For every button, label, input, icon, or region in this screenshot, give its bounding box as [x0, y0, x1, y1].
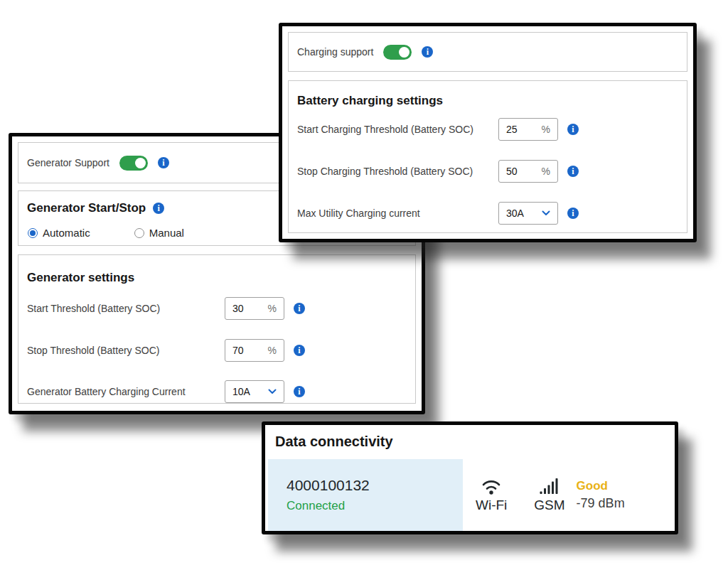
- screenshot-canvas: Generator Support Generator Start/Stop A…: [0, 0, 728, 570]
- info-icon[interactable]: [294, 345, 305, 356]
- field-row-start-threshold: Start Threshold (Battery SOC) 30 %: [27, 297, 407, 320]
- toggle-knob-icon: [399, 47, 410, 58]
- info-icon[interactable]: [567, 166, 579, 177]
- data-connectivity-content: 4000100132 Connected Wi-Fi: [268, 459, 668, 531]
- field-row-generator-charging-current: Generator Battery Charging Current 10A: [27, 380, 407, 403]
- info-icon[interactable]: [294, 386, 305, 397]
- input-unit: %: [268, 345, 277, 356]
- radio-selected-icon[interactable]: [28, 228, 38, 238]
- signal-strength-value: -79 dBm: [577, 496, 625, 511]
- info-icon[interactable]: [294, 303, 305, 314]
- start-charging-threshold-input[interactable]: 25 %: [498, 118, 558, 141]
- field-row-start-charging-threshold: Start Charging Threshold (Battery SOC) 2…: [297, 118, 678, 141]
- start-charging-threshold-label: Start Charging Threshold (Battery SOC): [297, 124, 473, 135]
- info-icon[interactable]: [567, 208, 579, 219]
- max-utility-charging-current-select[interactable]: 30A: [498, 202, 558, 225]
- stop-charging-threshold-input[interactable]: 50 %: [498, 160, 558, 183]
- field-row-stop-charging-threshold: Stop Charging Threshold (Battery SOC) 50…: [297, 160, 678, 183]
- data-connectivity-title: Data connectivity: [275, 434, 675, 450]
- stop-threshold-input[interactable]: 70 %: [225, 339, 284, 362]
- gsm-label: GSM: [534, 498, 564, 513]
- start-threshold-control: 30 %: [225, 297, 305, 320]
- device-status-badge: Connected: [287, 499, 463, 513]
- input-value: 50: [506, 166, 518, 177]
- info-icon[interactable]: [158, 157, 169, 168]
- wifi-label: Wi-Fi: [476, 498, 507, 513]
- input-unit: %: [268, 303, 277, 314]
- field-row-stop-threshold: Stop Threshold (Battery SOC) 70 %: [27, 339, 407, 362]
- toggle-knob-icon: [135, 158, 146, 168]
- generator-charging-current-control: 10A: [225, 380, 305, 403]
- stop-threshold-control: 70 %: [225, 339, 305, 362]
- field-row-max-utility-charging-current: Max Utility Charging current 30A: [297, 202, 678, 225]
- start-threshold-input[interactable]: 30 %: [225, 297, 284, 320]
- startstop-radio-group: Automatic Manual: [28, 227, 184, 239]
- stop-charging-threshold-control: 50 %: [498, 160, 579, 183]
- device-status-box: 4000100132 Connected: [268, 459, 463, 531]
- radio-manual-label: Manual: [149, 227, 184, 239]
- generator-support-toggle[interactable]: [119, 156, 148, 171]
- info-icon[interactable]: [567, 124, 579, 135]
- wifi-indicator: Wi-Fi: [476, 477, 507, 513]
- gsm-indicator: GSM: [534, 477, 564, 513]
- stop-charging-threshold-label: Stop Charging Threshold (Battery SOC): [297, 166, 473, 177]
- radio-option-manual[interactable]: Manual: [134, 227, 184, 239]
- connectivity-indicators: Wi-Fi GSM Good -79 dBm: [463, 459, 625, 531]
- battery-charging-settings-title: Battery charging settings: [289, 81, 687, 108]
- radio-option-automatic[interactable]: Automatic: [28, 227, 90, 239]
- charging-support-label: Charging support: [297, 46, 373, 58]
- max-utility-charging-current-label: Max Utility Charging current: [297, 208, 420, 219]
- signal-quality-badge: Good: [577, 479, 608, 493]
- info-icon[interactable]: [153, 203, 164, 214]
- info-icon[interactable]: [422, 46, 433, 58]
- generator-support-label: Generator Support: [27, 157, 109, 168]
- charging-support-toggle[interactable]: [383, 45, 412, 60]
- input-value: 30: [232, 303, 244, 314]
- signal-quality-indicator: Good -79 dBm: [577, 479, 625, 511]
- input-value: 70: [232, 345, 244, 356]
- input-value: 25: [506, 124, 518, 135]
- data-connectivity-panel: Data connectivity 4000100132 Connected W…: [262, 421, 678, 534]
- gsm-signal-bars-icon: [539, 477, 560, 495]
- generator-charging-current-select[interactable]: 10A: [225, 380, 284, 403]
- start-charging-threshold-control: 25 %: [498, 118, 579, 141]
- generator-charging-current-label: Generator Battery Charging Current: [27, 386, 186, 397]
- generator-settings-section: Generator settings Start Threshold (Batt…: [18, 254, 416, 404]
- start-threshold-label: Start Threshold (Battery SOC): [27, 303, 160, 314]
- stop-threshold-label: Stop Threshold (Battery SOC): [27, 345, 159, 356]
- input-unit: %: [542, 124, 550, 135]
- battery-charging-settings-section: Battery charging settings Start Charging…: [288, 80, 687, 233]
- device-id: 4000100132: [287, 477, 463, 494]
- radio-automatic-label: Automatic: [43, 227, 90, 239]
- battery-charging-panel: Charging support Battery charging settin…: [279, 23, 697, 242]
- select-value: 10A: [232, 386, 250, 397]
- input-unit: %: [542, 166, 550, 177]
- charging-support-section: Charging support: [288, 32, 687, 72]
- chevron-down-icon: [542, 210, 550, 216]
- generator-settings-title: Generator settings: [18, 255, 415, 285]
- chevron-down-icon: [268, 389, 277, 394]
- select-value: 30A: [506, 208, 524, 219]
- wifi-icon: [479, 477, 503, 495]
- max-utility-charging-current-control: 30A: [498, 202, 579, 225]
- generator-startstop-title: Generator Start/Stop: [27, 201, 146, 215]
- radio-unselected-icon[interactable]: [134, 228, 144, 238]
